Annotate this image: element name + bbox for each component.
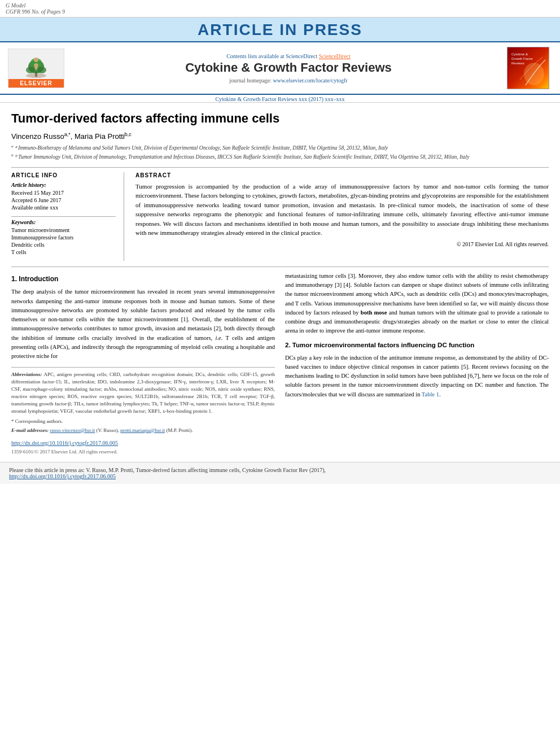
article-history: Article history: Received 15 May 2017 Ac…: [11, 182, 116, 211]
svg-text:Reviews: Reviews: [511, 62, 524, 65]
svg-point-11: [524, 63, 544, 85]
keyword-3: Dendritic cells: [11, 242, 116, 248]
elsevier-tree-svg: [19, 54, 53, 79]
info-abstract-section: ARTICLE INFO Article history: Received 1…: [11, 172, 549, 261]
gmodel-text: G Model CGFR 996 No. of Pages 9: [6, 2, 65, 15]
author2-sup: b,c: [125, 132, 132, 137]
abstract-text: Tumor progression is accompanied by the …: [135, 182, 549, 238]
info-divider: [11, 216, 116, 217]
svg-point-3: [26, 67, 35, 73]
affiliation-b: b ᵇ Tumor Immunology Unit, Division of I…: [11, 153, 549, 161]
intro-para1: The deep analysis of the tumor microenvi…: [11, 287, 275, 361]
affiliations: a ᵃ Immuno-Biotherapy of Melanoma and So…: [11, 144, 549, 161]
citation-text: Please cite this article in press as: V.…: [9, 467, 326, 473]
section2-heading: 2. Tumor microenvironmental factors infl…: [285, 340, 549, 351]
cover-image: Cytokine & Growth Factor Reviews: [507, 47, 549, 89]
abbrev-content: APC, antigen presenting cells; CRD, carb…: [11, 372, 275, 414]
journal-homepage: journal homepage: www.elsevier.com/locat…: [76, 77, 501, 84]
top-header: G Model CGFR 996 No. of Pages 9: [0, 0, 560, 18]
elsevier-text: ELSEVIER: [8, 79, 64, 88]
email1-attribution: (V. Russo),: [97, 427, 119, 433]
email-line: E-mail addresses: russo.vincenzo@hsr.it …: [11, 427, 275, 434]
author2-name: Maria Pia Protti: [75, 132, 125, 141]
svg-text:Growth Factor: Growth Factor: [511, 57, 533, 60]
intro-para2: metastasizing tumor cells [3]. Moreover,…: [285, 272, 549, 336]
intro-heading: 1. Introduction: [11, 274, 275, 285]
homepage-url[interactable]: www.elsevier.com/locate/cytogfr: [273, 77, 348, 84]
elsevier-logo-area: ELSEVIER: [8, 47, 70, 89]
svg-point-6: [34, 58, 38, 62]
body-columns: 1. Introduction The deep analysis of the…: [11, 272, 549, 457]
article-title: Tumor-derived factors affecting immune c…: [11, 111, 549, 127]
affiliation-a: a ᵃ Immuno-Biotherapy of Melanoma and So…: [11, 144, 549, 152]
keywords-section: Keywords: Tumor microenvironment Immunos…: [11, 219, 116, 255]
keywords-label: Keywords:: [11, 219, 116, 225]
journal-header: ELSEVIER Contents lists available at Sci…: [0, 42, 560, 95]
citation-doi-link[interactable]: http://dx.doi.org/10.1016/j.cytogfr.2017…: [9, 473, 116, 479]
abstract-heading: ABSTRACT: [135, 172, 549, 178]
email2-link[interactable]: protti.mariapia@hsr.it: [120, 427, 165, 433]
citation-bar: Please cite this article in press as: V.…: [0, 462, 560, 484]
column-left: 1. Introduction The deep analysis of the…: [11, 272, 275, 457]
article-in-press-banner: ARTICLE IN PRESS: [0, 18, 560, 42]
article-info-heading: ARTICLE INFO: [11, 172, 116, 178]
keyword-2: Immunosuppressive factors: [11, 234, 116, 241]
journal-center: Contents lists available at ScienceDirec…: [76, 47, 501, 89]
article-info: ARTICLE INFO Article history: Received 1…: [11, 172, 124, 261]
article-content: Tumor-derived factors affecting immune c…: [0, 103, 560, 456]
abstract-section: ABSTRACT Tumor progression is accompanie…: [135, 172, 549, 261]
section2-para1: DCs play a key role in the induction of …: [285, 353, 549, 399]
elsevier-logo: ELSEVIER: [8, 49, 64, 88]
divider-1: [11, 167, 549, 168]
doi-link[interactable]: http://dx.doi.org/10.1016/j.cytogfr.2017…: [11, 440, 118, 446]
journal-cover: Cytokine & Growth Factor Reviews: [507, 47, 552, 89]
abbreviations-text: Abbreviations: APC, antigen presenting c…: [11, 371, 275, 415]
divider-2: [11, 267, 549, 267]
table1-link[interactable]: Table 1: [422, 391, 439, 397]
email2-attribution: (M.P. Protti).: [166, 427, 193, 433]
received-date: Received 15 May 2017: [11, 190, 116, 196]
journal-title: Cytokine & Growth Factor Reviews: [76, 60, 501, 75]
author1-sup: a,*: [64, 132, 71, 137]
email1-link[interactable]: russo.vincenzo@hsr.it: [50, 427, 95, 433]
corresponding-note: * Corresponding authors.: [11, 418, 275, 425]
volume-issue-line: Cytokine & Growth Factor Reviews xxx (20…: [0, 95, 560, 103]
history-label: Article history:: [11, 182, 116, 188]
available-online: Available online xxx: [11, 204, 116, 211]
authors-line: Vincenzo Russoa,*, Maria Pia Prottib,c: [11, 132, 549, 141]
abbrev-label: Abbreviations:: [11, 372, 42, 377]
sciencedirect-link[interactable]: ScienceDirect: [319, 53, 351, 59]
keyword-4: T cells: [11, 249, 116, 255]
accepted-date: Accepted 6 June 2017: [11, 197, 116, 203]
cover-thumbnail: Cytokine & Growth Factor Reviews: [509, 49, 548, 88]
svg-text:Cytokine &: Cytokine &: [511, 53, 528, 56]
svg-point-4: [37, 67, 46, 73]
column-right: metastasizing tumor cells [3]. Moreover,…: [285, 272, 549, 457]
keyword-1: Tumor microenvironment: [11, 227, 116, 233]
sciencedirect-line: Contents lists available at ScienceDirec…: [76, 53, 501, 59]
issn-line: 1359-6101/© 2017 Elsevier Ltd. All right…: [11, 448, 275, 456]
doi-line[interactable]: http://dx.doi.org/10.1016/j.cytogfr.2017…: [11, 439, 275, 448]
copyright-line: © 2017 Elsevier Ltd. All rights reserved…: [135, 241, 549, 247]
footnotes-area: Abbreviations: APC, antigen presenting c…: [11, 367, 275, 434]
author1-name: Vincenzo Russo: [11, 132, 64, 141]
